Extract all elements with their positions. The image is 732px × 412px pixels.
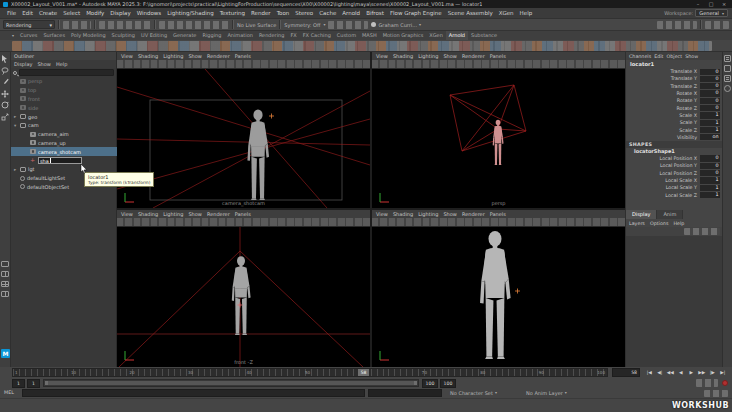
render-icons-group[interactable] <box>328 21 368 29</box>
channel-value-field[interactable]: 1 <box>700 177 720 183</box>
tab-anim[interactable]: Anim <box>657 210 683 219</box>
outliner-item[interactable]: side <box>11 103 117 112</box>
outliner-rename-row[interactable]: sha <box>11 156 117 165</box>
animation-start-field[interactable]: 1 <box>12 379 25 388</box>
channel-attribute-row[interactable]: Rotate X 0 <box>626 90 722 97</box>
channel-value-field[interactable]: on <box>700 134 720 140</box>
playback-button[interactable]: |▶ <box>707 368 718 378</box>
channel-value-field[interactable]: 0 <box>700 76 720 82</box>
shelf-tab[interactable]: FX Caching <box>300 31 334 40</box>
viewport-canvas[interactable]: persp <box>372 69 625 208</box>
channel-value-field[interactable]: 0 <box>700 170 720 176</box>
command-mode-toggle[interactable]: MEL <box>4 388 14 398</box>
viewport-canvas[interactable]: camera_shotcam <box>117 69 370 208</box>
shelf-tab[interactable]: Curves <box>17 31 40 40</box>
channel-value-field[interactable]: 1 <box>700 127 720 133</box>
outliner-menu-item[interactable]: Show <box>37 61 51 67</box>
character-set-dropdown[interactable]: No Character Set ▾ <box>450 388 497 398</box>
channel-value-field[interactable]: 0 <box>700 90 720 96</box>
snap-icons-group[interactable] <box>159 21 229 29</box>
layout-four-pane-icon[interactable] <box>1 281 9 287</box>
viewport-menu-item[interactable]: Show <box>443 53 457 59</box>
scale-tool-icon[interactable] <box>1 112 10 121</box>
viewport-menu-item[interactable]: Lighting <box>418 211 438 217</box>
channel-box-menu-item[interactable]: Show <box>685 54 698 59</box>
outliner-item[interactable]: camera_aim <box>11 130 117 139</box>
range-handle-right[interactable] <box>414 381 417 385</box>
outliner-item[interactable]: front <box>11 95 117 104</box>
tool-settings-toggle-icon[interactable] <box>724 65 731 72</box>
viewport-menu-item[interactable]: View <box>376 53 388 59</box>
viewport-menu-item[interactable]: Renderer <box>207 53 230 59</box>
menu-item[interactable]: Flow Graph Engine <box>387 8 445 18</box>
viewport-menu-item[interactable]: Renderer <box>462 53 485 59</box>
playback-button[interactable]: ▶▶ <box>697 368 708 378</box>
menu-item[interactable]: XGen <box>496 8 517 18</box>
tab-display[interactable]: Display <box>626 210 657 219</box>
outliner-item[interactable]: ▸ geo <box>11 112 117 121</box>
playback-option-icons-group[interactable] <box>696 379 718 387</box>
modeling-toolkit-toggle-icon[interactable] <box>724 85 731 92</box>
channel-attribute-row[interactable]: Scale Y 1 <box>626 119 722 126</box>
menu-item[interactable]: Toon <box>274 8 293 18</box>
anim-layer-dropdown[interactable]: No Anim Layer ▾ <box>526 388 567 398</box>
viewport-menu-item[interactable]: Panels <box>490 211 506 217</box>
close-icon[interactable]: × <box>719 0 729 8</box>
viewport-pane-shotcam[interactable]: ViewShadingLightingShowRendererPanels <box>117 52 370 208</box>
channel-attribute-row[interactable]: Visibility on <box>626 134 722 141</box>
menu-item[interactable]: Render <box>248 8 274 18</box>
playback-start-field[interactable]: 1 <box>27 379 40 388</box>
viewport-canvas[interactable] <box>372 227 625 367</box>
viewport-menu-item[interactable]: Panels <box>235 53 251 59</box>
channel-attribute-row[interactable]: Translate Z 0 <box>626 83 722 90</box>
lasso-tool-icon[interactable] <box>1 66 10 75</box>
channel-value-field[interactable]: 1 <box>700 112 720 118</box>
layer-editor-menu-item[interactable]: Options <box>650 221 669 226</box>
viewport-menu-item[interactable]: Show <box>443 211 457 217</box>
channel-attribute-row[interactable]: Local Scale Z 1 <box>626 191 722 198</box>
menu-item[interactable]: Stereo <box>292 8 316 18</box>
menu-item[interactable]: Edit <box>19 8 36 18</box>
range-handle-left[interactable] <box>45 381 48 385</box>
channel-attribute-row[interactable]: Rotate Y 0 <box>626 97 722 104</box>
workspace-dropdown[interactable]: General▾ <box>695 9 728 17</box>
shelf-tab[interactable]: Rigging <box>199 31 224 40</box>
viewport-menu-item[interactable]: Show <box>188 53 202 59</box>
outliner-menu-item[interactable]: Display <box>14 61 32 67</box>
minimize-icon[interactable]: – <box>693 0 703 8</box>
viewport-menu-item[interactable]: Lighting <box>163 53 183 59</box>
layer-list[interactable] <box>626 236 722 367</box>
shelf-icons-strip[interactable] <box>12 41 712 51</box>
viewport-pane-front[interactable]: ViewShadingLightingShowRendererPanels <box>117 210 370 367</box>
viewport-menu-item[interactable]: View <box>121 211 133 217</box>
select-tool-icon[interactable] <box>1 55 10 64</box>
channel-box-menu-item[interactable]: Object <box>667 54 683 59</box>
shelf-tab[interactable]: Rendering <box>256 31 288 40</box>
channel-attribute-row[interactable]: Local Scale Y 1 <box>626 184 722 191</box>
outliner-item[interactable]: top <box>11 86 117 95</box>
outliner-search-input[interactable] <box>19 69 114 76</box>
outliner-item[interactable]: persp <box>11 77 117 86</box>
layout-two-pane-icon[interactable] <box>1 271 9 277</box>
live-surface-indicator[interactable]: No Live Surface <box>237 22 276 28</box>
viewport-menu-item[interactable]: Show <box>188 211 202 217</box>
menu-item[interactable]: Arnold <box>339 8 363 18</box>
outliner-item[interactable]: camera_shotcam <box>11 147 117 156</box>
channel-value-field[interactable]: 1 <box>700 120 720 126</box>
channel-value-field[interactable]: 0 <box>700 155 720 161</box>
menu-item[interactable]: Lighting/Shading <box>164 8 216 18</box>
menu-item[interactable]: Select <box>60 8 83 18</box>
viewport-toolbar-icons[interactable] <box>372 218 625 227</box>
shelf-tab[interactable]: Animation <box>224 31 256 40</box>
shelf-tab[interactable]: UV Editing <box>138 31 170 40</box>
viewport-toolbar-icons[interactable] <box>117 218 370 227</box>
playback-button[interactable]: ◀◀ <box>665 368 676 378</box>
playback-button[interactable]: ▶ <box>686 368 697 378</box>
channel-attribute-row[interactable]: Local Position Y 0 <box>626 162 722 169</box>
layout-single-pane-icon[interactable] <box>1 261 9 267</box>
attribute-editor-toggle-icon[interactable] <box>724 55 731 62</box>
channel-attribute-row[interactable]: Scale X 1 <box>626 112 722 119</box>
channel-box-menu-item[interactable]: Channels <box>629 54 651 59</box>
channel-value-field[interactable]: 0 <box>700 83 720 89</box>
channel-value-field[interactable]: 1 <box>700 185 720 191</box>
